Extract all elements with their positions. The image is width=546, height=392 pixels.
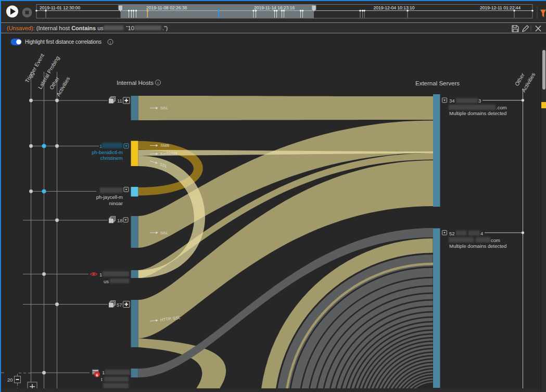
svg-text:SMB: SMB [160,143,169,148]
svg-text:ph-jaycell-m: ph-jaycell-m [96,194,123,200]
svg-text:i: i [158,81,159,85]
svg-text:57: 57 [117,302,122,308]
svg-text:11: 11 [117,98,122,104]
svg-text:External Servers: External Servers [415,80,460,86]
svg-text:ninoar: ninoar [109,200,123,206]
svg-text:t: t [101,376,103,382]
svg-text:christinem: christinem [100,155,123,161]
svg-text:com: com [491,237,500,243]
svg-text:52: 52 [449,231,455,236]
svg-text:34: 34 [449,98,455,104]
svg-text:1: 1 [102,370,105,375]
svg-text:1: 1 [99,143,102,149]
svg-text:Kerberos: Kerberos [160,151,177,156]
svg-text:1: 1 [99,272,102,277]
svg-text:.com: .com [496,105,507,110]
svg-text:20: 20 [7,377,13,383]
svg-text:Internal Hosts: Internal Hosts [117,80,154,86]
svg-text:3: 3 [478,98,481,104]
svg-text:18: 18 [117,218,123,223]
svg-text:ph-benidictl-m: ph-benidictl-m [92,149,123,155]
svg-text:Multiple domains detected: Multiple domains detected [449,110,506,116]
svg-text:SSL: SSL [160,106,169,110]
svg-text:Multiple domains detected: Multiple domains detected [449,243,506,249]
svg-text:6: 6 [96,373,98,377]
svg-text:4: 4 [480,231,483,236]
svg-text:SSL: SSL [160,231,169,235]
svg-text:us: us [104,279,109,284]
